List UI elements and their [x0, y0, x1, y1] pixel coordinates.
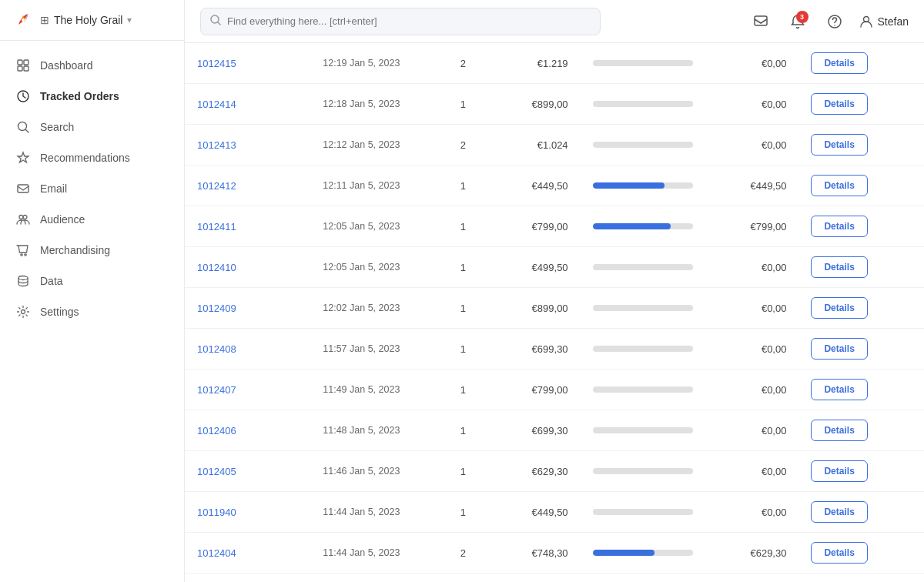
order-value: €1.219 — [487, 43, 581, 84]
details-button[interactable]: Details — [811, 216, 867, 237]
details-button[interactable]: Details — [811, 338, 867, 360]
details-button[interactable]: Details — [811, 420, 867, 441]
order-actions: Details — [798, 206, 924, 247]
order-link[interactable]: 1012410 — [197, 262, 236, 273]
sidebar-nav: Dashboard Tracked Orders Search Recommen… — [0, 41, 184, 582]
order-link[interactable]: 1012407 — [197, 384, 236, 396]
sidebar-item-audience[interactable]: Audience — [0, 204, 184, 235]
table-row: 1012410 12:05 Jan 5, 2023 1 €499,50 €0,0… — [185, 247, 924, 288]
details-button[interactable]: Details — [811, 542, 867, 564]
sidebar-item-tracked-orders[interactable]: Tracked Orders — [0, 81, 184, 112]
order-revenue — [581, 84, 705, 125]
order-id: 1012406 — [185, 410, 283, 451]
table-row: 1012403 11:42 Jan 5, 2023 3 €1.523 €0,00… — [185, 574, 924, 583]
order-link[interactable]: 1012414 — [197, 99, 236, 110]
order-value: €1.523 — [487, 574, 581, 583]
sidebar-item-email[interactable]: Email — [0, 173, 184, 204]
details-button[interactable]: Details — [811, 93, 867, 115]
order-value: €799,00 — [487, 370, 581, 410]
order-link[interactable]: 1012408 — [197, 343, 236, 355]
order-date: 12:12 Jan 5, 2023 — [283, 125, 440, 166]
svg-point-20 — [834, 25, 835, 26]
order-value: €449,50 — [487, 166, 581, 206]
order-revenue — [581, 533, 705, 574]
search-input[interactable] — [227, 15, 591, 27]
help-button[interactable] — [822, 9, 847, 34]
order-link[interactable]: 1012415 — [197, 58, 236, 69]
details-button[interactable]: Details — [811, 52, 867, 74]
sidebar-item-dashboard[interactable]: Dashboard — [0, 50, 184, 81]
order-paid: €0,00 — [705, 247, 799, 288]
order-paid: €0,00 — [705, 84, 799, 125]
order-paid: €0,00 — [705, 492, 799, 533]
sidebar-item-label: Tracked Orders — [40, 90, 119, 102]
svg-rect-3 — [24, 60, 28, 65]
order-date: 11:57 Jan 5, 2023 — [283, 329, 440, 370]
search-box[interactable] — [200, 8, 601, 35]
table-row: 1012411 12:05 Jan 5, 2023 1 €799,00 €799… — [185, 206, 924, 247]
app-logo — [12, 9, 34, 31]
svg-rect-9 — [18, 185, 28, 192]
order-id: 1012409 — [185, 288, 283, 329]
order-id: 1012411 — [185, 206, 283, 247]
messages-button[interactable] — [748, 9, 773, 34]
sidebar: ⊞ The Holy Grail ▾ Dashboard Tracked Ord… — [0, 0, 185, 582]
order-paid: €449,50 — [705, 166, 799, 206]
details-button[interactable]: Details — [811, 175, 867, 196]
order-value: €799,00 — [487, 206, 581, 247]
sidebar-item-data[interactable]: Data — [0, 266, 184, 296]
order-id: 1012403 — [185, 574, 283, 583]
sidebar-item-label: Data — [40, 275, 63, 287]
order-link[interactable]: 1012405 — [197, 466, 236, 477]
order-items: 1 — [440, 370, 487, 410]
sidebar-item-recommendations[interactable]: Recommendations — [0, 142, 184, 173]
order-link[interactable]: 1012409 — [197, 303, 236, 314]
order-actions: Details — [798, 329, 924, 370]
order-value: €449,50 — [487, 492, 581, 533]
main-area: 3 Stefan — [185, 0, 924, 582]
order-link[interactable]: 1012404 — [197, 547, 236, 559]
order-revenue — [581, 574, 705, 583]
svg-point-10 — [19, 216, 23, 219]
order-actions: Details — [798, 533, 924, 574]
order-actions: Details — [798, 247, 924, 288]
order-link[interactable]: 1012411 — [197, 221, 236, 232]
order-date: 12:05 Jan 5, 2023 — [283, 206, 440, 247]
details-button[interactable]: Details — [811, 379, 867, 400]
sidebar-item-settings[interactable]: Settings — [0, 296, 184, 327]
order-actions: Details — [798, 451, 924, 492]
details-button[interactable]: Details — [811, 256, 867, 278]
tracked-orders-icon — [15, 89, 31, 104]
details-button[interactable]: Details — [811, 460, 867, 482]
order-items: 1 — [440, 288, 487, 329]
store-selector[interactable]: ⊞ The Holy Grail ▾ — [40, 14, 172, 26]
order-revenue — [581, 166, 705, 206]
details-button[interactable]: Details — [811, 297, 867, 319]
order-link[interactable]: 1011940 — [197, 507, 236, 518]
orders-table-container: 1012415 12:19 Jan 5, 2023 2 €1.219 €0,00… — [185, 43, 924, 582]
order-revenue — [581, 43, 705, 84]
order-date: 11:49 Jan 5, 2023 — [283, 370, 440, 410]
svg-point-7 — [18, 122, 27, 131]
order-link[interactable]: 1012412 — [197, 180, 236, 192]
notifications-button[interactable]: 3 — [785, 9, 810, 34]
order-link[interactable]: 1012413 — [197, 139, 236, 151]
order-value: €1.024 — [487, 125, 581, 166]
sidebar-item-label: Recommendations — [40, 152, 130, 164]
details-button[interactable]: Details — [811, 134, 867, 156]
order-link[interactable]: 1012406 — [197, 425, 236, 436]
order-items: 3 — [440, 574, 487, 583]
order-items: 2 — [440, 43, 487, 84]
sidebar-item-search[interactable]: Search — [0, 112, 184, 142]
order-revenue — [581, 247, 705, 288]
search-icon — [210, 15, 221, 28]
order-date: 11:44 Jan 5, 2023 — [283, 533, 440, 574]
dashboard-icon — [15, 58, 31, 73]
order-paid: €0,00 — [705, 125, 799, 166]
audience-icon — [15, 212, 31, 227]
details-button[interactable]: Details — [811, 501, 867, 523]
table-row: 1012405 11:46 Jan 5, 2023 1 €629,30 €0,0… — [185, 451, 924, 492]
sidebar-item-merchandising[interactable]: Merchandising — [0, 235, 184, 266]
order-value: €699,30 — [487, 329, 581, 370]
user-menu[interactable]: Stefan — [859, 15, 909, 28]
